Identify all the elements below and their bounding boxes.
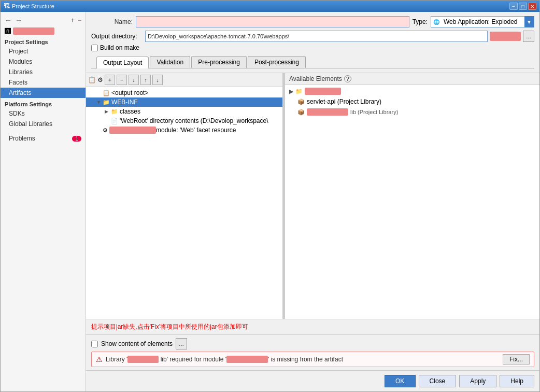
artifact-name-redacted xyxy=(13,27,54,35)
element-item-servlet-api[interactable]: 📦 servlet-api (Project Library) xyxy=(285,96,539,107)
tree-content: 📋 <output root> ▼ 📁 WEB-INF xyxy=(86,87,282,319)
web-inf-label: WEB-INF xyxy=(111,99,138,106)
element-item-folder[interactable]: ▶ 📁 xyxy=(285,86,539,96)
output-dir-redacted xyxy=(490,32,521,41)
tab-validation-label: Validation xyxy=(157,59,183,66)
tree-remove-button[interactable]: − xyxy=(117,75,127,85)
output-dir-input[interactable] xyxy=(145,31,488,42)
name-label: Name: xyxy=(91,18,133,25)
tree-down-button[interactable]: ↓ xyxy=(152,75,163,85)
sidebar-item-libraries[interactable]: Libraries xyxy=(1,67,86,77)
forward-icon[interactable]: → xyxy=(15,16,22,24)
build-on-make-checkbox[interactable] xyxy=(91,45,98,51)
apply-button[interactable]: Apply xyxy=(459,375,496,387)
tree-add-button[interactable]: + xyxy=(105,75,115,85)
problems-label: Problems xyxy=(9,135,35,142)
show-content-options-button[interactable]: … xyxy=(176,338,187,349)
maximize-button[interactable]: □ xyxy=(519,3,527,10)
show-content-checkbox[interactable] xyxy=(91,341,98,347)
sidebar-item-facets[interactable]: Facets xyxy=(1,77,86,88)
sidebar-item-facets-label: Facets xyxy=(9,79,27,86)
tab-post-processing-label: Post-processing xyxy=(254,59,299,66)
hint-area: 提示项目jar缺失,点击'Fix'将项目中所使用的jar包添加即可 xyxy=(86,319,539,334)
type-dropdown-arrow[interactable]: ▼ xyxy=(524,16,534,27)
tree-item-classes[interactable]: ▶ 📁 classes xyxy=(86,107,282,116)
window-title: Project Structure xyxy=(12,3,54,9)
sidebar-item-global-libraries-label: Global Libraries xyxy=(9,120,52,128)
sidebar-item-artifacts[interactable]: Artifacts xyxy=(1,88,86,98)
platform-settings-header: Platform Settings xyxy=(1,98,86,108)
tab-output-layout[interactable]: Output Layout xyxy=(96,57,149,68)
sidebar-item-modules-label: Modules xyxy=(9,58,32,65)
output-dir-label: Output directory: xyxy=(91,33,143,40)
build-on-make-row: Build on make xyxy=(91,44,534,51)
layout-panel: 📋 ⚙ + − ↓ ↑ ↓ 📋 <ou xyxy=(86,73,539,319)
close-button[interactable]: ✕ xyxy=(528,3,536,10)
sidebar-item-sdks[interactable]: SDKs xyxy=(1,108,86,119)
help-button[interactable]: Help xyxy=(500,375,534,387)
tab-validation[interactable]: Validation xyxy=(150,56,190,68)
hint-text: 提示项目jar缺失,点击'Fix'将项目中所使用的jar包添加即可 xyxy=(91,323,248,330)
ok-button[interactable]: OK xyxy=(385,375,416,387)
remove-icon[interactable]: − xyxy=(78,17,81,24)
sidebar: ← → + − 🅰 Project Settings Project Modul… xyxy=(1,12,86,391)
folder-name-redacted xyxy=(305,88,341,95)
elements-header-label: Available Elements xyxy=(289,75,342,82)
name-input-redacted[interactable] xyxy=(136,16,409,27)
element-item-lib[interactable]: 📦 lib (Project Library) xyxy=(285,107,539,117)
sidebar-item-global-libraries[interactable]: Global Libraries xyxy=(1,119,86,129)
tree-item-webroot[interactable]: 📄 'WebRoot' directory contents (D:\Devol… xyxy=(86,116,282,125)
type-row: Type: 🌐 Web Application: Exploded ▼ xyxy=(413,16,534,27)
browse-button[interactable]: … xyxy=(523,31,534,42)
tree-move-up-button[interactable]: ↑ xyxy=(140,75,151,85)
help-icon[interactable]: ? xyxy=(344,75,351,82)
output-root-label: <output root> xyxy=(111,89,148,96)
classes-label: classes xyxy=(120,108,140,115)
tabs-bar: Output Layout Validation Pre-processing … xyxy=(91,54,534,68)
classes-expand: ▶ xyxy=(105,109,110,114)
title-bar: 🏗 Project Structure − □ ✕ xyxy=(1,1,539,12)
content-area: Name: Type: 🌐 Web Application: Exploded … xyxy=(86,12,539,391)
fix-button[interactable]: Fix... xyxy=(503,354,530,365)
form-area: Name: Type: 🌐 Web Application: Exploded … xyxy=(86,12,539,73)
problems-badge: 1 xyxy=(72,136,81,142)
module-name-redacted2 xyxy=(226,356,268,363)
sidebar-item-problems[interactable]: Problems 1 xyxy=(1,133,86,144)
sidebar-item-modules[interactable]: Modules xyxy=(1,57,86,67)
webroot-icon: 📄 xyxy=(111,118,118,124)
window-icon: 🏗 xyxy=(4,3,10,10)
close-button-dlg[interactable]: Close xyxy=(419,375,457,387)
sidebar-item-libraries-label: Libraries xyxy=(9,68,33,76)
folder-expand-icon: ▶ xyxy=(289,88,293,95)
tree-item-output-root[interactable]: 📋 <output root> xyxy=(86,88,282,97)
artifact-app-icon: 🅰 xyxy=(5,27,11,35)
show-content-row: Show content of elements … xyxy=(91,338,534,349)
back-icon[interactable]: ← xyxy=(5,16,12,24)
tree-panel: 📋 ⚙ + − ↓ ↑ ↓ 📋 <ou xyxy=(86,73,283,319)
elements-panel: Available Elements ? ▶ 📁 📦 xyxy=(285,73,539,319)
project-settings-header: Project Settings xyxy=(1,36,86,46)
bottom-bar: Show content of elements … ⚠ Library ' l… xyxy=(86,334,539,370)
minimize-button[interactable]: − xyxy=(509,3,518,10)
lib-icon1: 📦 xyxy=(297,99,305,105)
button-bar: OK Close Apply Help xyxy=(86,370,539,391)
warning-icon: ⚠ xyxy=(96,355,103,363)
title-bar-controls: − □ ✕ xyxy=(509,3,536,10)
module-name-redacted xyxy=(109,127,156,134)
tree-item-web-inf[interactable]: ▼ 📁 WEB-INF xyxy=(86,97,282,107)
sidebar-nav-top: ← → + − xyxy=(1,14,86,26)
sidebar-item-project[interactable]: Project xyxy=(1,46,86,57)
tab-post-processing[interactable]: Post-processing xyxy=(248,56,306,68)
classes-icon: 📁 xyxy=(111,108,118,115)
tab-pre-processing[interactable]: Pre-processing xyxy=(191,56,247,68)
tree-toolbar: 📋 ⚙ + − ↓ ↑ ↓ xyxy=(86,73,282,87)
main-area: ← → + − 🅰 Project Settings Project Modul… xyxy=(1,12,539,391)
web-inf-icon: 📁 xyxy=(103,99,110,106)
tree-item-module[interactable]: ⚙ module: 'Web' facet resource xyxy=(86,125,282,135)
tree-move-down-button[interactable]: ↓ xyxy=(129,75,139,85)
output-root-icon: 📋 xyxy=(103,90,110,96)
type-select[interactable]: 🌐 Web Application: Exploded ▼ xyxy=(431,16,534,27)
add-icon[interactable]: + xyxy=(71,17,75,24)
build-on-make-label: Build on make xyxy=(100,44,139,51)
name-row: Name: Type: 🌐 Web Application: Exploded … xyxy=(91,16,534,27)
